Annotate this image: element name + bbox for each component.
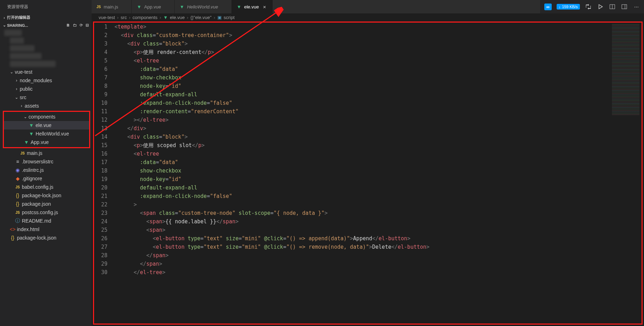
file-ele-vue[interactable]: ▼ ele.vue bbox=[4, 121, 89, 129]
code-line[interactable]: </span> bbox=[114, 260, 610, 268]
code-line[interactable]: :render-content="renderContent" bbox=[114, 107, 610, 116]
tab-label: ele.vue bbox=[244, 4, 259, 10]
script-icon: ▣ bbox=[217, 15, 222, 20]
code-line[interactable]: </span> bbox=[114, 251, 610, 260]
code-line[interactable]: show-checkbox bbox=[114, 73, 610, 82]
highlight-annotation: ⌄ components ▼ ele.vue ▼ HelloWorld.vue … bbox=[3, 111, 90, 148]
minimap-content bbox=[612, 24, 639, 116]
explorer-sidebar: › 打开的编辑器 ⌄ SHARING... 🗎 🗀 ⟳ ⊟ ⌄ vue-test… bbox=[0, 13, 92, 326]
titlebar-actions: ∞ ↓ 159 KB/s ⋯ bbox=[540, 0, 644, 13]
file-package-json[interactable]: {} package.json bbox=[0, 200, 92, 208]
breadcrumb-segment[interactable]: {}"ele.vue" bbox=[191, 15, 212, 20]
code-line[interactable]: :data="data" bbox=[114, 158, 610, 167]
breadcrumb-segment[interactable]: src bbox=[121, 15, 127, 20]
split-editor-icon[interactable] bbox=[609, 3, 616, 10]
code-line[interactable]: show-checkbox bbox=[114, 167, 610, 175]
chevron-down-icon: ⌄ bbox=[1, 23, 7, 28]
code-line[interactable]: :expand-on-click-node="false" bbox=[114, 192, 610, 200]
file-helloworld-vue[interactable]: ▼ HelloWorld.vue bbox=[4, 129, 89, 138]
folder-node-modules[interactable]: › node_modules bbox=[0, 76, 92, 85]
folder-vue-test[interactable]: ⌄ vue-test bbox=[0, 68, 92, 76]
file-eslintrc[interactable]: ◉ .eslintrc.js bbox=[0, 166, 92, 174]
code-line[interactable]: <el-button type="text" size="mini" @clic… bbox=[114, 234, 610, 243]
line-number: 3 bbox=[94, 40, 107, 48]
code-line[interactable]: <div class="block"> bbox=[114, 40, 610, 48]
code-line[interactable]: <span> bbox=[114, 226, 610, 234]
compare-icon[interactable] bbox=[585, 3, 592, 10]
layout-icon[interactable] bbox=[621, 3, 628, 10]
code-line[interactable]: default-expand-all bbox=[114, 183, 610, 192]
code-line[interactable]: <template> bbox=[114, 23, 610, 31]
svg-rect-2 bbox=[622, 5, 627, 9]
code-editor[interactable]: <template> <div class="custom-tree-conta… bbox=[114, 23, 610, 324]
code-line[interactable]: :data="data" bbox=[114, 65, 610, 73]
new-file-icon[interactable]: 🗎 bbox=[66, 23, 70, 28]
close-icon[interactable]: × bbox=[262, 4, 267, 10]
code-line[interactable]: <el-tree bbox=[114, 56, 610, 65]
code-line[interactable]: </el-tree> bbox=[114, 268, 610, 277]
code-line[interactable]: <span>{{ node.label }}</span> bbox=[114, 217, 610, 226]
tab-App-vue[interactable]: ▼App.vue× bbox=[132, 0, 175, 13]
tab-HelloWorld-vue[interactable]: ▼HelloWorld.vue× bbox=[175, 0, 232, 13]
code-line[interactable]: <p>使用 scoped slot</p> bbox=[114, 141, 610, 150]
js-file-icon: JS bbox=[14, 211, 21, 215]
code-line[interactable]: default-expand-all bbox=[114, 90, 610, 99]
file-package-lock-root[interactable]: {} package-lock.json bbox=[0, 234, 92, 242]
code-line[interactable]: <div class="block"> bbox=[114, 133, 610, 141]
file-babel-config[interactable]: JS babel.config.js bbox=[0, 183, 92, 191]
code-line[interactable]: :expand-on-click-node="false" bbox=[114, 99, 610, 107]
code-line[interactable]: <el-button type="text" size="mini" @clic… bbox=[114, 243, 610, 251]
chevron-down-icon: ⌄ bbox=[9, 70, 14, 74]
blurred-item bbox=[4, 30, 22, 36]
file-app-vue[interactable]: ▼ App.vue bbox=[4, 138, 89, 146]
new-folder-icon[interactable]: 🗀 bbox=[73, 23, 77, 28]
tab-label: HelloWorld.vue bbox=[187, 4, 218, 10]
folder-src[interactable]: ⌄ src bbox=[0, 93, 92, 102]
file-gitignore[interactable]: ◆ .gitignore bbox=[0, 174, 92, 183]
tab-main-js[interactable]: JSmain.js× bbox=[92, 0, 132, 13]
breadcrumb-separator: › bbox=[129, 15, 130, 20]
vue-file-icon: ▼ bbox=[163, 15, 168, 20]
breadcrumb-segment[interactable]: ele.vue bbox=[170, 15, 185, 20]
blurred-item bbox=[10, 37, 24, 44]
opened-editors-header[interactable]: › 打开的编辑器 bbox=[0, 13, 92, 22]
code-line[interactable]: <el-tree bbox=[114, 150, 610, 158]
line-number: 5 bbox=[94, 56, 107, 65]
blurred-item bbox=[10, 61, 56, 67]
collapse-all-icon[interactable]: ⊟ bbox=[86, 23, 89, 28]
tab-ele-vue[interactable]: ▼ele.vue× bbox=[232, 0, 273, 13]
code-line[interactable]: node-key="id" bbox=[114, 175, 610, 183]
file-readme[interactable]: ⓘ README.md bbox=[0, 217, 92, 225]
code-line[interactable]: > bbox=[114, 200, 610, 209]
vue-file-icon: ▼ bbox=[180, 4, 184, 10]
line-number: 12 bbox=[94, 116, 107, 124]
code-line[interactable]: node-key="id" bbox=[114, 82, 610, 90]
more-actions-icon[interactable]: ⋯ bbox=[633, 3, 640, 10]
folder-components[interactable]: ⌄ components bbox=[4, 113, 89, 121]
folder-public[interactable]: › public bbox=[0, 85, 92, 93]
code-line[interactable]: </div> bbox=[114, 124, 610, 133]
code-line[interactable]: <p>使用 render-content</p> bbox=[114, 48, 610, 56]
file-package-lock[interactable]: {} package-lock.json bbox=[0, 191, 92, 200]
breadcrumb-separator: › bbox=[117, 15, 118, 20]
folder-assets[interactable]: › assets bbox=[0, 102, 92, 110]
file-postcss-config[interactable]: JS postcss.config.js bbox=[0, 208, 92, 217]
editor-main: vue-test›src›components›▼ ele.vue›{}"ele… bbox=[92, 13, 644, 326]
file-browserslistrc[interactable]: ≡ .browserslistrc bbox=[0, 157, 92, 166]
workspace-header[interactable]: ⌄ SHARING... 🗎 🗀 ⟳ ⊟ bbox=[0, 22, 92, 29]
code-line[interactable]: ></el-tree> bbox=[114, 116, 610, 124]
breadcrumb-segment[interactable]: components bbox=[132, 15, 157, 20]
file-index-html[interactable]: <> index.html bbox=[0, 225, 92, 234]
code-line[interactable]: <div class="custom-tree-container"> bbox=[114, 31, 610, 40]
file-main-js[interactable]: JS main.js bbox=[0, 149, 92, 157]
minimap[interactable] bbox=[610, 23, 642, 324]
code-line[interactable]: <span class="custom-tree-node" slot-scop… bbox=[114, 209, 610, 217]
breadcrumb-segment[interactable]: script bbox=[224, 15, 235, 20]
run-icon[interactable] bbox=[597, 3, 604, 10]
refresh-icon[interactable]: ⟳ bbox=[80, 23, 83, 28]
chevron-right-icon: › bbox=[19, 103, 24, 108]
breadcrumb[interactable]: vue-test›src›components›▼ ele.vue›{}"ele… bbox=[92, 13, 644, 22]
line-number: 7 bbox=[94, 73, 107, 82]
chevron-down-icon: ⌄ bbox=[23, 114, 28, 119]
breadcrumb-segment[interactable]: vue-test bbox=[99, 15, 115, 20]
